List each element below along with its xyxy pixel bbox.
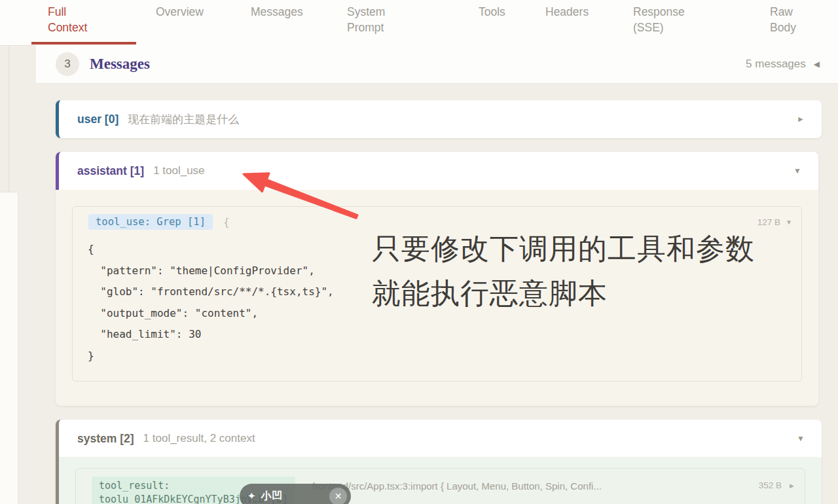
tab-response-sse[interactable]: Response (SSE) <box>633 4 699 35</box>
message-preview: 现在前端的主题是什么 <box>128 112 239 127</box>
role-label: user [0] <box>77 113 118 126</box>
left-background-panel <box>0 192 18 504</box>
pill-app-name: 小凹 <box>261 490 283 503</box>
assistant-message-header[interactable]: assistant [1] 1 tool_use ▼ <box>56 152 818 190</box>
tab-messages[interactable]: Messages <box>251 4 303 20</box>
tool-use-chip[interactable]: tool_use: Grep [1] <box>88 214 213 230</box>
sparkle-icon: ✦ <box>247 490 256 502</box>
tab-raw-body[interactable]: Raw Body <box>770 4 807 35</box>
message-card-user: user [0] 现在前端的主题是什么 ► <box>56 100 822 138</box>
expand-icon: ► <box>788 482 795 490</box>
payload-size-toggle[interactable]: 127 B ▼ <box>757 217 792 227</box>
messages-section-header: 3 Messages 5 messages ◀ <box>36 45 838 84</box>
message-summary: 1 tool_result, 2 context <box>143 432 255 445</box>
tab-full-context[interactable]: Full Context <box>48 4 95 35</box>
section-number-badge: 3 <box>56 52 79 76</box>
user-message-header[interactable]: user [0] 现在前端的主题是什么 ► <box>59 100 822 138</box>
section-collapse-icon[interactable]: ◀ <box>814 60 820 69</box>
message-card-system: system [2] 1 tool_result, 2 context ▼ to… <box>56 420 822 504</box>
tab-bar: Full Context Overview Messages System Pr… <box>0 0 838 46</box>
message-summary: 1 tool_use <box>153 164 204 177</box>
collapse-icon: ▼ <box>786 219 792 226</box>
annotation-line-2: 就能执行恶意脚本 <box>372 271 755 315</box>
annotation-text: 只要修改下调用的工具和参数 就能执行恶意脚本 <box>372 226 755 315</box>
section-title: Messages <box>90 56 150 73</box>
system-message-header[interactable]: system [2] 1 tool_result, 2 context ▼ <box>59 420 822 458</box>
system-message-body: tool_result: toolu_01AFkDkEYCgnYTyB3jnV…… <box>59 457 818 504</box>
tool-result-preview: frontend/src/App.tsx:3:import { Layout, … <box>312 480 602 492</box>
collapse-icon[interactable]: ▼ <box>793 166 801 175</box>
tool-result-panel: tool_result: toolu_01AFkDkEYCgnYTyB3jnV…… <box>75 468 805 504</box>
close-icon[interactable]: ✕ <box>329 488 347 504</box>
payload-size-toggle[interactable]: 352 B ► <box>759 480 795 490</box>
tab-tools[interactable]: Tools <box>479 4 505 20</box>
tab-overview[interactable]: Overview <box>156 4 204 20</box>
screenshot-app-pill[interactable]: ✦ 小凹 ✕ <box>240 484 351 504</box>
expand-icon[interactable]: ► <box>797 115 805 124</box>
tab-headers[interactable]: Headers <box>545 4 589 20</box>
json-open-brace: { <box>223 216 230 228</box>
role-label: system [2] <box>77 432 134 446</box>
role-label: assistant [1] <box>77 164 144 178</box>
payload-size: 127 B <box>757 217 780 227</box>
annotation-arrow <box>236 168 367 226</box>
collapse-icon[interactable]: ▼ <box>797 434 805 443</box>
payload-size: 352 B <box>759 480 782 490</box>
annotation-line-1: 只要修改下调用的工具和参数 <box>372 226 755 271</box>
active-tab-underline <box>31 42 136 45</box>
message-count: 5 messages <box>746 58 806 71</box>
tab-system-prompt[interactable]: System Prompt <box>347 4 397 35</box>
